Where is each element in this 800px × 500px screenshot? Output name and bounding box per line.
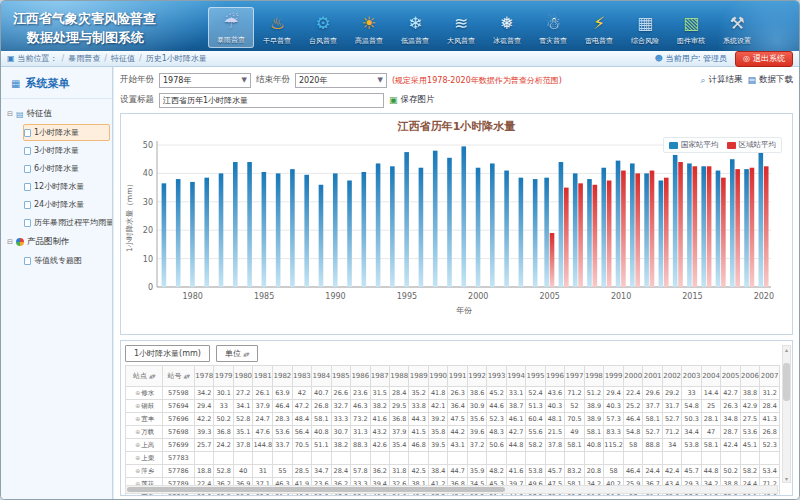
value-cell: 28.3 <box>273 413 292 426</box>
sort-arrows-icon[interactable]: ▲▼ <box>149 373 155 379</box>
start-year-value: 1978年 <box>163 75 191 86</box>
table-row-宜丰[interactable]: ⊕宜丰5769642.250.252.824.728.348.458.133.3… <box>126 413 780 426</box>
value-cell: 57.3 <box>604 413 624 426</box>
value-cell: 37.2 <box>467 439 486 452</box>
station-id-cell: 57696 <box>162 413 194 426</box>
station-name-cell[interactable]: ⊕万载 <box>126 426 163 439</box>
menu-item-snow[interactable]: ☃雪灾普查 <box>530 9 576 48</box>
value-cell: 36.8 <box>390 413 409 426</box>
expand-row-icon[interactable]: ⊕ <box>135 454 140 461</box>
column-header-year-1983: 1983 <box>292 366 311 387</box>
table-row-修水[interactable]: ⊕修水5759834.230.127.226.163.94240.726.623… <box>126 387 780 400</box>
table-row-万载[interactable]: ⊕万载5769839.336.835.147.653.656.440.830.7… <box>126 426 780 439</box>
menu-item-system-settings[interactable]: ⚒系统设置 <box>714 9 760 48</box>
data-download-button[interactable]: ▤ 数据下载 <box>747 74 793 86</box>
tree-item-24小时降水量[interactable]: 24小时降水量 <box>23 196 110 213</box>
menu-item-drought[interactable]: ♨干旱普查 <box>254 9 300 48</box>
tree-group-产品图制作[interactable]: ⊟产品图制作 <box>7 233 110 251</box>
tree-item-6小时降水量[interactable]: 6小时降水量 <box>23 160 110 177</box>
station-name-cell[interactable]: ⊕上栗 <box>126 452 163 465</box>
menu-item-rainstorm[interactable]: ☔暴雨普查 <box>208 7 254 48</box>
save-image-button[interactable]: ▣ 保存图片 <box>389 94 435 106</box>
column-header-year-1979: 1979 <box>214 366 233 387</box>
table-row-上栗[interactable]: ⊕上栗57783 <box>126 452 780 465</box>
station-name-cell[interactable]: ⊕铜鼓 <box>126 400 163 413</box>
snow-icon: ☃ <box>540 12 566 35</box>
main-content: 开始年份 1978年 ▼ 结束年份 2020年 ▼ (规定采用1978-2020… <box>113 67 799 499</box>
station-name-cell[interactable]: ⊕上高 <box>126 439 163 452</box>
table-row-铜鼓[interactable]: ⊕铜鼓5769429.43334.137.946.447.226.832.746… <box>126 400 780 413</box>
station-name-cell[interactable]: ⊕宜丰 <box>126 413 163 426</box>
expand-row-icon[interactable]: ⊕ <box>135 389 140 396</box>
column-header-station-id[interactable]: 站号▲▼ <box>162 366 194 387</box>
value-cell: 33 <box>214 400 233 413</box>
value-cell: 55.6 <box>526 426 545 439</box>
exit-system-button[interactable]: ◎ 退出系统 <box>735 51 793 67</box>
legend-item-区域站平均[interactable]: 区域站平均 <box>727 140 777 150</box>
value-cell: 58.1 <box>584 426 603 439</box>
menu-item-label: 综合风险 <box>631 36 659 46</box>
horizontal-scroll-thumb[interactable] <box>127 487 505 492</box>
menu-item-comprehensive-risk[interactable]: ▦综合风险 <box>622 9 668 48</box>
tree-group-特征值[interactable]: ⊟▤特征值 <box>7 105 110 123</box>
end-year-select[interactable]: 2020年 ▼ <box>295 73 387 88</box>
tree-item-等值线专题图[interactable]: 等值线专题图 <box>23 252 110 269</box>
legend-label: 国家站平均 <box>681 140 719 150</box>
start-year-select[interactable]: 1978年 ▼ <box>159 73 251 88</box>
value-cell: 43.6 <box>545 387 564 400</box>
menu-item-lightning[interactable]: ⚡雷电普查 <box>576 9 622 48</box>
calculate-result-button[interactable]: ⌕ 计算结果 <box>700 74 742 86</box>
menu-item-typhoon[interactable]: ⚙台风普查 <box>300 9 346 48</box>
chart-legend: 国家站平均区域站平均 <box>663 137 782 153</box>
breadcrumb: 当前位置： /暴雨普查/特征值/历史1小时降水量 <box>18 53 207 64</box>
breadcrumb-segment[interactable]: 历史1小时降水量 <box>146 53 207 64</box>
data-download-label: 数据下载 <box>759 74 793 86</box>
scroll-down-icon[interactable]: ▾ <box>785 475 788 482</box>
expand-row-icon[interactable]: ⊕ <box>135 428 140 435</box>
value-cell: 21.5 <box>545 426 564 439</box>
value-cell: 34.1 <box>233 400 252 413</box>
tree-item-历年暴雨过程平均雨量[interactable]: 历年暴雨过程平均雨量 <box>23 214 110 231</box>
hail-icon: ❅ <box>494 12 520 35</box>
breadcrumb-segment[interactable]: 暴雨普查 <box>68 53 100 64</box>
expand-row-icon[interactable]: ⊕ <box>135 415 140 422</box>
tree-item-3小时降水量[interactable]: 3小时降水量 <box>23 142 110 159</box>
menu-item-gale[interactable]: ≋大风普查 <box>438 9 484 48</box>
expand-row-icon[interactable]: ⊕ <box>135 402 140 409</box>
value-cell: 33.3 <box>331 413 350 426</box>
legend-item-国家站平均[interactable]: 国家站平均 <box>669 140 719 150</box>
column-header-station[interactable]: 站点▲▼ <box>126 366 163 387</box>
sort-arrows-icon[interactable]: ▲▼ <box>183 373 189 379</box>
table-row-萍乡[interactable]: ⊕萍乡5778618.852.840315528.534.728.457.836… <box>126 465 780 478</box>
expand-row-icon[interactable]: ⊕ <box>135 467 140 474</box>
value-cell <box>428 452 447 465</box>
station-name-cell[interactable]: ⊕修水 <box>126 387 163 400</box>
expand-row-icon[interactable]: ⊕ <box>135 441 140 448</box>
menu-item-map-review[interactable]: ▧图件审核 <box>668 9 714 48</box>
column-header-year-2005: 2005 <box>721 366 740 387</box>
menu-item-low-temp[interactable]: ❄低温普查 <box>392 9 438 48</box>
tree-item-12小时降水量[interactable]: 12小时降水量 <box>23 178 110 195</box>
menu-item-high-temp[interactable]: ☀高温普查 <box>346 9 392 48</box>
menu-item-label: 暴雨普查 <box>217 35 245 45</box>
menu-item-hail[interactable]: ❅冰雹普查 <box>484 9 530 48</box>
horizontal-scrollbar[interactable] <box>125 485 778 494</box>
chart-title-input[interactable] <box>159 93 384 108</box>
station-name-cell[interactable]: ⊕萍乡 <box>126 465 163 478</box>
tree-collapse-icon[interactable]: ⊟ <box>7 110 13 118</box>
unit-sort-button[interactable]: 单位▲▼ <box>216 345 258 362</box>
value-cell <box>233 452 252 465</box>
value-cell: 55 <box>273 465 292 478</box>
value-cell: 41.5 <box>409 426 428 439</box>
tree-item-1小时降水量[interactable]: 1小时降水量 <box>23 124 110 141</box>
scroll-up-icon[interactable]: ▴ <box>785 346 788 353</box>
sub-bar: ▣ 当前位置： /暴雨普查/特征值/历史1小时降水量 ☻ 当前用户: 管理员 ◎… <box>1 51 799 67</box>
sort-arrows-icon: ▲▼ <box>243 351 249 357</box>
data-table-panel: 1小时降水量(mm) 单位▲▼ 站点▲▼站号▲▼1978197919801981… <box>120 340 793 496</box>
lightning-icon: ⚡ <box>586 12 612 35</box>
vertical-scroll-thumb[interactable] <box>783 363 790 401</box>
breadcrumb-segment[interactable]: 特征值 <box>111 53 135 64</box>
table-row-上高[interactable]: ⊕上高5769925.724.237.8144.833.770.551.138.… <box>126 439 780 452</box>
vertical-scrollbar[interactable]: ▴▾ <box>782 345 791 483</box>
tree-collapse-icon[interactable]: ⊟ <box>7 238 13 246</box>
